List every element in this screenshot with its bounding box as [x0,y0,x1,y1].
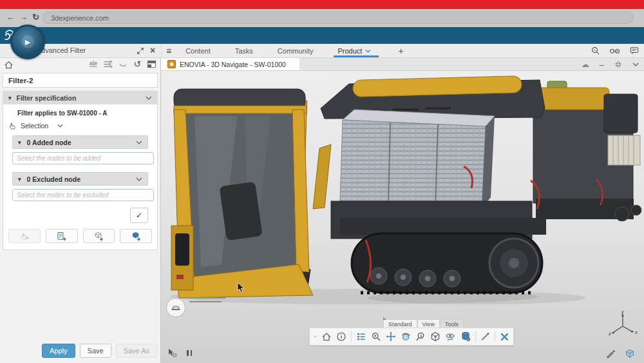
toolbar-tab-view[interactable]: View [417,319,440,328]
zoom-icon[interactable] [371,331,381,343]
dashboard-menu-icon[interactable]: ≡ [166,46,171,56]
browser-back-icon[interactable]: ← [6,12,15,22]
filter-name-label: Filter-2 [8,77,33,84]
list-add-icon [57,231,66,241]
add-product-button[interactable] [120,229,152,243]
tab-product[interactable]: Product [337,47,371,55]
home-icon[interactable] [4,60,14,70]
added-node-section-header[interactable]: ▾ 0 Added node [12,135,148,149]
chevron-down-icon[interactable] [136,141,142,144]
save-button[interactable]: Save [80,344,111,358]
restore-window-icon[interactable] [614,61,622,68]
filter-name-row[interactable]: Filter-2 [3,73,158,88]
search-help-icon[interactable] [591,46,600,55]
enovia-app-icon [167,60,176,68]
layout-panes-icon[interactable] [147,60,156,68]
selection-label: Selection [21,122,48,130]
vtab-label: Standard [388,321,412,328]
vtab-label: View [422,321,435,328]
close-widget-icon[interactable]: × [150,45,155,55]
chevron-down-icon[interactable] [146,96,152,100]
database-settings-icon[interactable] [460,331,471,343]
zoom-select-icon[interactable] [415,331,426,343]
app-tab-title: ENOVIA - 3D Navigate - SW-01000 [180,61,286,68]
hand-add-icon [20,231,29,240]
filter-options-icon[interactable] [103,60,113,68]
axis-z-label: z [609,331,611,337]
pause-icon[interactable] [187,350,192,356]
triangle-down-icon: ▾ [18,176,21,182]
filter-applies-to: Filter applies to SW-01000 - A [17,110,151,117]
robot-assistant-button[interactable] [166,298,185,317]
chevron-down-icon[interactable] [365,49,371,53]
home-view-icon[interactable] [321,331,332,343]
chat-icon[interactable] [630,46,639,55]
3d-viewport[interactable]: Standard View Tools [161,71,644,363]
excluded-node-section-header[interactable]: ▾ 0 Excluded node [12,172,148,186]
radiator-stack [340,110,495,209]
chevron-down-icon[interactable] [57,124,63,128]
watch-media-icon[interactable] [609,46,621,55]
link-icon[interactable] [118,60,128,68]
add-assembly-button[interactable] [83,229,115,243]
hand-select-icon [8,121,17,130]
added-node-label: 0 Added node [27,139,71,146]
address-bar[interactable]: 3dexperience.com [43,12,634,24]
excluded-nodes-input[interactable] [12,189,154,201]
select-pointer-icon[interactable] [167,348,178,357]
visibility-swap-icon[interactable] [445,331,456,343]
tab-label: Content [185,47,211,55]
vtab-label: Tools [445,321,459,328]
measure-icon[interactable] [480,331,490,343]
3dexperience-compass[interactable]: ▶ [10,25,45,59]
toolbar-collapse-chevron-icon[interactable] [314,335,317,338]
viewer-toolbar [309,328,514,346]
add-from-list-button[interactable] [46,229,78,243]
compass-play-icon[interactable]: ▶ [21,35,34,48]
toolbar-divider [351,331,352,342]
tab-tasks[interactable]: Tasks [235,47,253,55]
check-icon: ✓ [136,211,142,220]
triangle-down-icon: ▾ [8,95,12,101]
filter-toolbar: a|e ↺ [0,58,160,71]
browser-reload-icon[interactable]: ↻ [32,12,39,22]
enovia-app-tab[interactable]: ENOVIA - 3D Navigate - SW-01000 [161,58,299,70]
cloud-status-icon: ☁ [582,60,589,69]
rename-icon[interactable]: a|e [90,61,97,67]
3d-cube-icon[interactable] [625,349,635,358]
pan-icon[interactable] [386,331,396,343]
chevron-down-icon[interactable] [136,177,142,181]
top-app-bar: 3DEXPERIENCE | 3DDashboardIndustry Innov… [0,27,644,44]
rotate-icon[interactable] [401,331,411,343]
tab-community[interactable]: Community [278,47,314,55]
browser-forward-icon[interactable]: → [19,12,28,22]
tab-content[interactable]: Content [185,47,211,55]
apply-button[interactable]: Apply [42,344,75,358]
selection-dropdown[interactable]: Selection [8,121,151,130]
cube-add-icon [94,231,104,241]
filter-specification-header[interactable]: ▾ Filter specification [3,92,157,104]
cube-filled-add-icon [131,231,141,241]
app-tab-bar: ENOVIA - 3D Navigate - SW-01000 ☁ – [161,58,644,71]
annotate-pen-icon[interactable] [605,348,616,358]
toolbar-tab-tools[interactable]: Tools [440,319,464,328]
toolbar-tab-standard[interactable]: Standard [383,319,417,328]
undo-icon[interactable]: ↺ [133,59,141,68]
model-tree-icon[interactable] [356,331,366,343]
tab-label: Tasks [235,47,253,55]
chevron-down-icon[interactable] [632,63,639,66]
iso-view-icon[interactable] [430,331,440,343]
added-nodes-input[interactable] [12,152,154,164]
save-as-button[interactable]: Save As [116,344,157,358]
excluded-node-label: 0 Excluded node [27,175,80,183]
add-tab-icon[interactable]: + [398,46,403,56]
rear-engine-module [533,81,641,221]
info-icon[interactable] [336,331,346,343]
expand-widget-icon[interactable] [137,47,144,55]
select-add-button[interactable] [8,229,41,243]
minimize-icon[interactable]: – [600,60,604,70]
save-label: Save [88,347,104,355]
close-toolbar-icon[interactable] [500,331,509,343]
validate-filter-button[interactable]: ✓ [130,208,148,223]
axis-y-label: y [621,311,625,315]
